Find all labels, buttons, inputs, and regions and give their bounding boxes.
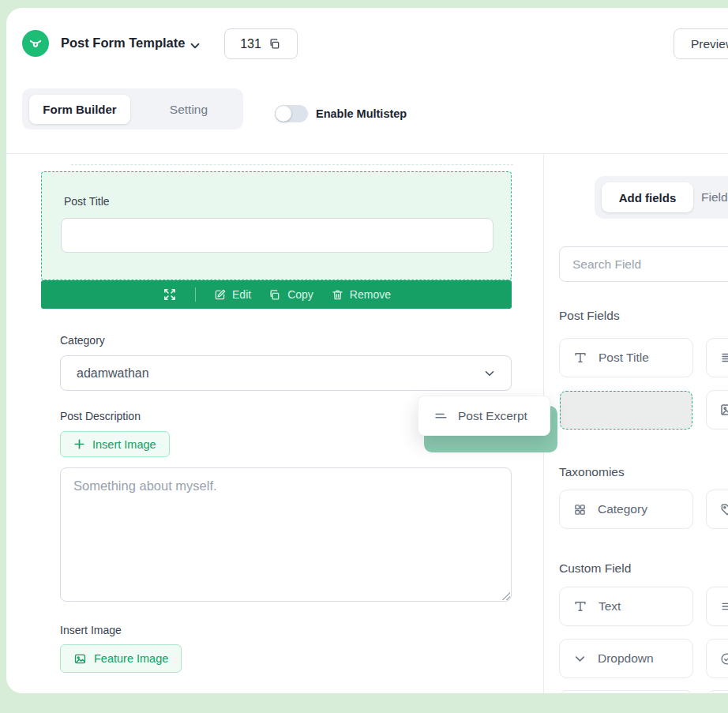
tag-icon xyxy=(719,502,728,517)
post-description-label: Post Description xyxy=(60,410,141,422)
category-label: Category xyxy=(60,334,105,347)
toggle-knob xyxy=(276,106,291,122)
app-panel: Post Form Template 131 Preview Form Buil… xyxy=(6,8,728,693)
grid-icon xyxy=(572,502,587,517)
remove-field-button[interactable]: Remove xyxy=(331,288,391,302)
field-card-dropdown[interactable]: Dropdown xyxy=(559,639,693,678)
field-card-text[interactable]: Text xyxy=(559,587,693,626)
drop-indicator-line xyxy=(71,164,513,165)
field-card-partial[interactable] xyxy=(706,690,728,693)
field-card-label: Dropdown xyxy=(598,651,654,666)
field-card-partial[interactable] xyxy=(559,690,693,693)
post-id-badge[interactable]: 131 xyxy=(224,28,298,59)
typography-icon xyxy=(572,350,588,366)
feature-image-button[interactable]: Feature Image xyxy=(60,644,182,673)
post-title-field-label: Post Title xyxy=(64,195,110,208)
insert-image-label: Insert Image xyxy=(60,624,122,636)
section-custom-field: Custom Field xyxy=(559,561,631,576)
copy-icon xyxy=(268,288,282,302)
field-card-label: Post Title xyxy=(599,351,649,365)
drag-source-placeholder xyxy=(560,391,692,430)
field-card-textarea[interactable] xyxy=(706,587,728,626)
feature-image-button-label: Feature Image xyxy=(94,652,168,665)
field-card-featured-image[interactable] xyxy=(706,390,728,430)
tab-add-fields[interactable]: Add fields xyxy=(602,182,693,212)
field-action-toolbar: Edit Copy Remove xyxy=(41,280,512,309)
preview-button[interactable]: Preview xyxy=(674,28,728,59)
logo-bird-icon xyxy=(27,35,44,52)
category-select[interactable]: adamwathan xyxy=(60,355,512,391)
edit-field-button[interactable]: Edit xyxy=(213,288,251,302)
edit-label: Edit xyxy=(232,288,251,301)
post-title-input[interactable] xyxy=(61,218,493,253)
trash-icon xyxy=(331,288,344,302)
paragraph-lines-icon xyxy=(719,350,728,366)
form-title: Post Form Template xyxy=(61,36,185,51)
image-icon xyxy=(73,652,87,666)
tab-field-options[interactable]: Field Options xyxy=(701,182,728,212)
field-card-post-content[interactable] xyxy=(706,338,728,377)
search-field-input[interactable] xyxy=(559,246,728,282)
select-chevron-down-icon xyxy=(482,366,497,381)
insert-image-button-label: Insert Image xyxy=(92,438,156,451)
field-card-category[interactable]: Category xyxy=(559,490,693,529)
app-logo xyxy=(22,30,49,57)
typography-icon xyxy=(572,599,588,614)
align-left-icon xyxy=(433,408,448,424)
copy-label: Copy xyxy=(287,288,313,301)
field-card-radio[interactable] xyxy=(706,639,728,678)
field-card-tag[interactable] xyxy=(706,490,728,529)
field-card-post-title[interactable]: Post Title xyxy=(559,338,693,377)
image-icon xyxy=(719,402,728,418)
dragged-card-label: Post Excerpt xyxy=(458,409,527,423)
toolbar-separator xyxy=(195,287,196,302)
sidebar-tab-bar: Add fields Field Options xyxy=(595,176,728,219)
align-left-icon xyxy=(719,599,728,614)
edit-pencil-icon xyxy=(213,288,227,302)
tab-setting[interactable]: Setting xyxy=(141,95,237,124)
check-circle-icon xyxy=(719,651,728,666)
post-id-value: 131 xyxy=(240,37,261,51)
expand-icon[interactable] xyxy=(162,287,178,302)
insert-image-button[interactable]: Insert Image xyxy=(60,431,170,457)
copy-id-icon[interactable] xyxy=(268,37,282,51)
copy-field-button[interactable]: Copy xyxy=(268,288,313,302)
post-description-textarea[interactable] xyxy=(60,467,512,602)
field-card-label: Category xyxy=(598,502,647,516)
plus-icon xyxy=(73,438,85,450)
post-title-field-block[interactable]: Post Title xyxy=(41,171,512,280)
multistep-label: Enable Multistep xyxy=(316,107,407,120)
title-chevron-down-icon[interactable] xyxy=(188,39,202,53)
remove-label: Remove xyxy=(350,288,391,301)
section-taxonomies: Taxonomies xyxy=(559,465,625,479)
section-post-fields: Post Fields xyxy=(559,309,620,323)
header-divider xyxy=(6,153,728,154)
tab-form-builder[interactable]: Form Builder xyxy=(29,95,130,124)
category-selected-value: adamwathan xyxy=(77,366,482,381)
main-tab-bar: Form Builder Setting xyxy=(22,88,243,129)
dragged-field-card-post-excerpt[interactable]: Post Excerpt xyxy=(418,396,550,436)
page-background: Post Form Template 131 Preview Form Buil… xyxy=(0,0,728,713)
multistep-toggle[interactable] xyxy=(275,105,308,122)
field-card-label: Text xyxy=(599,599,621,614)
chevron-down-icon xyxy=(572,651,587,666)
